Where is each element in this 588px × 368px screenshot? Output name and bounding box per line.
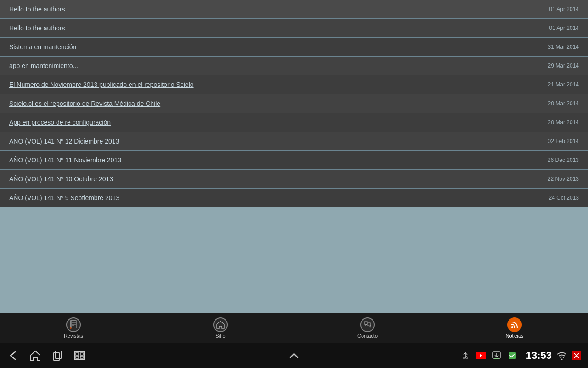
usb-icon	[460, 350, 471, 361]
svg-rect-18	[466, 357, 468, 358]
svg-rect-13	[80, 356, 83, 358]
youtube-icon[interactable]	[475, 350, 486, 361]
bottom-nav: Revistas Sitio Contacto	[0, 313, 588, 343]
news-title-10: AÑO (VOL) 141 Nº 9 Septiembre 2013	[9, 194, 540, 201]
svg-point-24	[561, 358, 563, 360]
system-bar: 13:53	[0, 343, 588, 368]
nav-revistas[interactable]: Revistas	[0, 315, 147, 341]
news-item-0[interactable]: Hello to the authors01 Apr 2014	[0, 0, 588, 19]
news-title-7: AÑO (VOL) 141 Nº 12 Diciembre 2013	[9, 138, 539, 145]
home-button[interactable]	[29, 349, 42, 362]
sitio-icon	[213, 317, 228, 332]
system-clock: 13:53	[526, 350, 552, 362]
noticias-icon	[507, 317, 522, 332]
news-title-9: AÑO (VOL) 141 Nº 10 Octubre 2013	[9, 175, 538, 183]
news-item-2[interactable]: Sistema en mantención31 Mar 2014	[0, 38, 588, 57]
svg-rect-8	[55, 351, 62, 358]
svg-rect-7	[53, 353, 60, 360]
news-title-2: Sistema en mantención	[9, 43, 539, 51]
news-item-7[interactable]: AÑO (VOL) 141 Nº 12 Diciembre 201302 Feb…	[0, 132, 588, 151]
svg-rect-10	[76, 353, 79, 355]
noticias-label: Noticias	[505, 333, 523, 339]
sys-right-icons: 13:53	[460, 350, 581, 362]
chevron-up-button[interactable]	[288, 349, 300, 362]
sitio-label: Sitio	[215, 333, 225, 339]
news-title-8: AÑO (VOL) 141 Nº 11 Noviembre 2013	[9, 156, 538, 164]
news-item-4[interactable]: El Número de Noviembre 2013 publicado en…	[0, 75, 588, 94]
news-date-2: 31 Mar 2014	[548, 44, 579, 50]
contacto-label: Contacto	[357, 333, 378, 339]
news-item-1[interactable]: Hello to the authors01 Apr 2014	[0, 19, 588, 38]
news-title-5: Scielo.cl es el repositorio de Revista M…	[9, 100, 539, 107]
back-button[interactable]	[7, 349, 20, 362]
news-title-0: Hello to the authors	[9, 6, 540, 13]
recents-button[interactable]	[51, 349, 64, 362]
news-title-4: El Número de Noviembre 2013 publicado en…	[9, 81, 539, 88]
news-title-1: Hello to the authors	[9, 24, 540, 32]
revistas-label: Revistas	[64, 333, 83, 339]
revistas-icon	[66, 317, 81, 332]
news-date-4: 21 Mar 2014	[548, 81, 579, 88]
news-date-6: 20 Mar 2014	[548, 119, 579, 126]
download-icon	[491, 350, 502, 361]
news-date-0: 01 Apr 2014	[549, 6, 579, 12]
news-date-10: 24 Oct 2013	[549, 195, 579, 201]
svg-point-5	[70, 327, 72, 329]
news-list: Hello to the authors01 Apr 2014Hello to …	[0, 0, 588, 207]
news-item-6[interactable]: App en proceso de re configuración20 Mar…	[0, 113, 588, 132]
news-date-1: 01 Apr 2014	[549, 25, 579, 31]
news-date-9: 22 Nov 2013	[548, 176, 579, 182]
news-date-7: 02 Feb 2014	[548, 138, 579, 144]
main-content: Hello to the authors01 Apr 2014Hello to …	[0, 0, 588, 324]
nav-noticias[interactable]: Noticias	[441, 315, 588, 341]
news-title-3: app en mantenimiento...	[9, 62, 539, 69]
news-date-5: 20 Mar 2014	[548, 100, 579, 107]
svg-rect-17	[463, 357, 465, 358]
svg-rect-12	[76, 356, 79, 358]
news-item-3[interactable]: app en mantenimiento...29 Mar 2014	[0, 57, 588, 75]
contacto-icon	[360, 317, 375, 332]
close-icon[interactable]	[572, 351, 581, 360]
sys-left-buttons	[7, 349, 86, 362]
nav-contacto[interactable]: Contacto	[294, 315, 441, 341]
news-item-10[interactable]: AÑO (VOL) 141 Nº 9 Septiembre 201324 Oct…	[0, 189, 588, 207]
news-title-6: App en proceso de re configuración	[9, 119, 539, 126]
check-icon	[507, 350, 518, 361]
svg-rect-11	[80, 353, 83, 355]
screenshot-button[interactable]	[73, 349, 86, 362]
nav-sitio[interactable]: Sitio	[147, 315, 294, 341]
svg-point-6	[511, 326, 513, 328]
svg-marker-19	[480, 354, 482, 357]
news-date-8: 26 Dec 2013	[548, 157, 579, 163]
news-item-5[interactable]: Scielo.cl es el repositorio de Revista M…	[0, 94, 588, 113]
news-item-9[interactable]: AÑO (VOL) 141 Nº 10 Octubre 201322 Nov 2…	[0, 170, 588, 189]
news-date-3: 29 Mar 2014	[548, 63, 579, 69]
news-item-8[interactable]: AÑO (VOL) 141 Nº 11 Noviembre 201326 Dec…	[0, 151, 588, 170]
wifi-icon	[556, 350, 567, 361]
